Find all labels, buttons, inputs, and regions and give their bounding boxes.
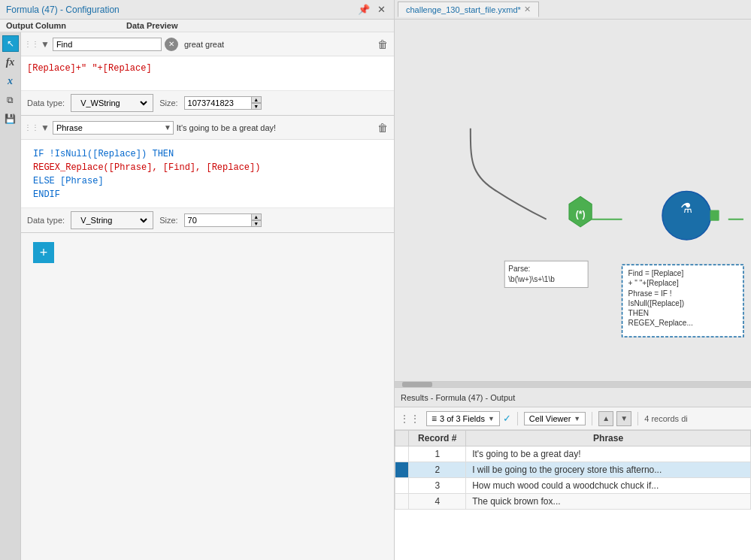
fields-dropdown-arrow: ▼ <box>488 415 495 422</box>
workflow-svg: (*) ⚗ Find = [Replace] + " "+[Replace] P… <box>395 20 751 381</box>
tab-close-btn[interactable]: ✕ <box>524 5 531 14</box>
row-indicator <box>395 494 409 510</box>
table-row[interactable]: 3How much wood could a woodchuck chuck i… <box>395 478 751 494</box>
horizontal-scrollbar[interactable] <box>395 381 751 387</box>
table-row[interactable]: 4The quick brown fox... <box>395 494 751 510</box>
pin-icon[interactable]: 📌 <box>356 3 372 16</box>
phrase-size-down[interactable]: ▼ <box>251 220 262 227</box>
drag-handle[interactable]: ⋮⋮ <box>24 40 39 48</box>
fields-dropdown[interactable]: ≡ 3 of 3 Fields ▼ <box>426 411 500 426</box>
formula-row-find: ⋮⋮ ▼ ✕ great great 🗑 [Replace]+" "+[Repl… <box>21 32 394 116</box>
fields-label: 3 of 3 Fields <box>440 414 485 423</box>
svg-text:REGEX_Replace...: REGEX_Replace... <box>628 319 693 327</box>
svg-point-5 <box>662 191 711 240</box>
phrase-size-up[interactable]: ▲ <box>251 213 262 220</box>
find-datatype-select[interactable]: V_WString V_String Int32 <box>74 96 150 110</box>
x-icon[interactable]: x <box>2 73 19 89</box>
svg-text:⚗: ⚗ <box>680 201 692 216</box>
find-formula-code[interactable]: [Replace]+" "+[Replace] <box>27 61 388 77</box>
phrase-formula-code[interactable]: IF !IsNull([Replace]) THEN REGEX_Replace… <box>27 144 388 204</box>
table-row[interactable]: 1It's going to be a great day! <box>395 446 751 462</box>
find-clear-btn[interactable]: ✕ <box>165 38 178 51</box>
scroll-up-btn[interactable]: ▲ <box>598 411 613 426</box>
find-field-input[interactable] <box>53 38 162 51</box>
phrase-delete-btn[interactable]: 🗑 <box>374 122 391 134</box>
left-panel: Formula (47) - Configuration 📌 ✕ Output … <box>0 0 395 560</box>
results-table: Record # Phrase 1It's going to be a grea… <box>395 430 751 560</box>
record-num-cell: 1 <box>409 446 466 462</box>
phrase-size-input[interactable] <box>184 213 252 227</box>
code-line-4: ENDIF <box>33 188 382 201</box>
find-formula-editor: [Replace]+" "+[Replace] <box>21 56 394 90</box>
toolbar-divider-1 <box>517 412 518 425</box>
svg-text:(*): (*) <box>576 209 586 219</box>
active-tab[interactable]: challenge_130_start_file.yxmd* ✕ <box>398 2 539 17</box>
results-header: Results - Formula (47) - Output <box>395 388 751 407</box>
copy-icon[interactable]: ⧉ <box>2 92 19 108</box>
table-row[interactable]: 2I will be going to the grocery store th… <box>395 462 751 478</box>
formula-icon[interactable]: fx <box>2 54 19 71</box>
data-table: Record # Phrase 1It's going to be a grea… <box>395 430 751 510</box>
formula-row-phrase: ⋮⋮ ▼ ▼ It's going to be a great day! 🗑 I… <box>21 116 394 233</box>
find-size-down[interactable]: ▼ <box>251 103 262 110</box>
find-size-spinners: ▲ ▼ <box>251 96 262 110</box>
col-output-header: Output Column <box>6 21 126 30</box>
indicator-header <box>395 431 409 446</box>
scroll-down-btn[interactable]: ▼ <box>616 411 631 426</box>
add-formula-btn[interactable]: + <box>33 242 54 263</box>
phrase-header: Phrase <box>466 431 751 446</box>
find-preview: great great <box>181 38 374 50</box>
code-line-2: REGEX_Replace([Phrase], [Find], [Replace… <box>33 161 382 174</box>
toolbar-dots: ⋮⋮ <box>399 413 420 425</box>
panel-header: Formula (47) - Configuration 📌 ✕ <box>0 0 394 20</box>
col-preview-header: Data Preview <box>126 21 388 30</box>
phrase-cell: It's going to be a great day! <box>466 446 751 462</box>
phrase-formula-editor: IF !IsNull([Replace]) THEN REGEX_Replace… <box>21 140 394 207</box>
panel-title: Formula (47) - Configuration <box>6 5 120 15</box>
results-title: Results - Formula (47) - Output <box>401 393 515 402</box>
check-icon[interactable]: ✓ <box>503 413 511 424</box>
canvas-area[interactable]: (*) ⚗ Find = [Replace] + " "+[Replace] P… <box>395 20 751 381</box>
phrase-datatype-select[interactable]: V_String V_WString Int32 <box>74 213 150 227</box>
record-num-cell: 3 <box>409 478 466 494</box>
cell-viewer-label: Cell Viewer <box>529 414 571 423</box>
record-num-cell: 2 <box>409 462 466 478</box>
find-toggle[interactable]: ▼ <box>41 39 50 50</box>
col-headers: Output Column Data Preview <box>0 20 394 32</box>
results-panel: Results - Formula (47) - Output ⋮⋮ ≡ 3 o… <box>395 387 751 560</box>
svg-text:Phrase = IF !: Phrase = IF ! <box>628 289 672 298</box>
phrase-row-header: ⋮⋮ ▼ ▼ It's going to be a great day! 🗑 <box>21 116 394 140</box>
cell-viewer-dropdown[interactable]: Cell Viewer ▼ <box>524 412 586 425</box>
phrase-size-spinners: ▲ ▼ <box>251 213 262 227</box>
phrase-drag-handle[interactable]: ⋮⋮ <box>24 123 39 132</box>
phrase-datatype-label: Data type: <box>27 216 65 225</box>
find-delete-btn[interactable]: 🗑 <box>374 38 391 50</box>
phrase-cell: The quick brown fox... <box>466 494 751 510</box>
list-icon: ≡ <box>432 413 437 424</box>
add-row-area: + <box>21 233 394 272</box>
find-code-text: [Replace]+" "+[Replace] <box>27 63 152 74</box>
tab-label: challenge_130_start_file.yxmd* <box>406 5 521 14</box>
phrase-toggle[interactable]: ▼ <box>41 123 50 133</box>
left-sidebar: ↖ fx x ⧉ 💾 <box>0 32 21 560</box>
svg-text:Parse:: Parse: <box>508 265 530 273</box>
svg-rect-7 <box>710 210 719 221</box>
find-size-up[interactable]: ▲ <box>251 96 262 103</box>
phrase-field-input[interactable] <box>53 122 162 134</box>
cell-viewer-arrow: ▼ <box>574 415 580 422</box>
records-count: 4 records di <box>644 414 687 423</box>
close-icon[interactable]: ✕ <box>375 3 388 16</box>
tab-bar: challenge_130_start_file.yxmd* ✕ <box>395 0 751 20</box>
svg-text:THEN: THEN <box>628 309 649 317</box>
phrase-dropdown-arrow[interactable]: ▼ <box>162 123 173 132</box>
phrase-datatype-row: Data type: V_String V_WString Int32 Size… <box>21 207 394 232</box>
formula-main: ⋮⋮ ▼ ✕ great great 🗑 [Replace]+" "+[Repl… <box>21 32 394 560</box>
find-size-input[interactable] <box>184 96 252 110</box>
right-panel: challenge_130_start_file.yxmd* ✕ (*) ⚗ F… <box>395 0 751 560</box>
phrase-cell: I will be going to the grocery store thi… <box>466 462 751 478</box>
find-datatype-label: Data type: <box>27 98 65 107</box>
find-size-label: Size: <box>159 98 177 107</box>
save-icon[interactable]: 💾 <box>2 110 19 127</box>
table-header-row: Record # Phrase <box>395 431 751 446</box>
pointer-icon[interactable]: ↖ <box>2 35 19 52</box>
